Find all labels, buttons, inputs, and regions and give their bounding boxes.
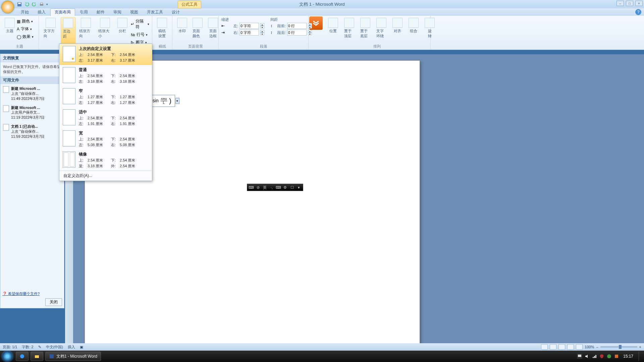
space-before-spinner[interactable]: ▴▾ (308, 23, 312, 28)
tray-app1-icon[interactable] (606, 354, 612, 359)
office-button[interactable] (1, 1, 14, 13)
indent-right-spinner[interactable]: ▴▾ (260, 30, 264, 35)
status-words[interactable]: 字数: 2 (22, 345, 33, 350)
save-icon[interactable] (17, 2, 22, 7)
theme-effects-button[interactable]: ◯效果▾ (17, 34, 34, 40)
qat-dropdown-icon[interactable]: ▾ (46, 3, 48, 6)
taskbar-explorer-button[interactable] (31, 352, 43, 361)
themes-button[interactable]: 主题 (3, 17, 17, 40)
contextual-tab-label[interactable]: 公式工具 (178, 1, 201, 8)
tab-review[interactable]: 审阅 (109, 9, 125, 16)
watermark-button[interactable]: 水印 (175, 17, 189, 39)
align-button[interactable]: 对齐 (390, 17, 405, 39)
status-language[interactable]: 中文(中国) (46, 345, 63, 350)
indent-right-input[interactable] (239, 29, 259, 36)
columns-button[interactable]: 分栏 (115, 17, 129, 46)
ime-dropdown-icon[interactable]: ▾ (296, 185, 302, 190)
space-before-input[interactable] (287, 23, 307, 29)
zoom-level[interactable]: 100% (585, 345, 594, 349)
taskbar-word-button[interactable]: 文档1 - Microsoft Word (45, 352, 101, 361)
line-numbers-button[interactable]: №行号▾ (131, 32, 149, 38)
tab-design[interactable]: 设计 (168, 9, 184, 16)
taskbar-ie-button[interactable] (16, 352, 29, 361)
margins-option-2[interactable]: 窄 上:1.27 厘米下:1.27 厘米 左:1.27 厘米右:1.27 厘米 (59, 86, 152, 107)
space-after-input[interactable] (287, 29, 307, 36)
custom-margins-item[interactable]: 自定义边距(A)... (59, 171, 152, 181)
tray-shield-icon[interactable] (599, 354, 604, 359)
indent-left-input[interactable] (239, 23, 259, 29)
status-macro-icon[interactable]: ▣ (80, 345, 83, 349)
zoom-slider[interactable] (600, 346, 637, 348)
page-border-button[interactable]: 页面 边框 (206, 17, 220, 39)
tab-home[interactable]: 开始 (17, 9, 33, 16)
print-icon[interactable] (39, 2, 44, 7)
status-page[interactable]: 页面: 1/1 (3, 345, 17, 350)
ime-logo-icon[interactable]: ⌨ (249, 185, 254, 190)
ime-lang-icon[interactable]: 英 (262, 185, 268, 190)
tab-developer[interactable]: 开发工具 (143, 9, 167, 16)
position-button[interactable]: 位置 (326, 17, 340, 39)
help-icon[interactable]: ? (635, 9, 641, 15)
margins-option-4[interactable]: 宽 上:2.54 厘米下:2.54 厘米 左:5.08 厘米右:5.08 厘米 (59, 128, 152, 149)
view-draft-button[interactable] (576, 344, 583, 350)
recovery-doc-2[interactable]: 文档 1 [已自动...上次 "自动保存...11:59 2022年3月7日 (0, 122, 64, 141)
tray-volume-icon[interactable] (584, 354, 590, 359)
redo-icon[interactable] (32, 2, 37, 7)
undo-icon[interactable] (24, 2, 30, 7)
tray-app2-icon[interactable] (614, 354, 619, 359)
view-full-screen-button[interactable] (550, 344, 556, 350)
status-mode[interactable]: 插入 (68, 345, 75, 350)
maximize-button[interactable]: □ (626, 1, 633, 6)
zoom-out-button[interactable]: – (596, 345, 598, 349)
taskbar-clock[interactable]: 15:17 (621, 354, 635, 359)
show-desktop-button[interactable] (639, 352, 642, 361)
tray-flag-icon[interactable] (577, 354, 582, 359)
recovery-doc-0[interactable]: 新建 Microsoft ...上次 "自动保存...11:49 2022年3月… (0, 84, 64, 103)
breaks-button[interactable]: ↵分隔符▾ (131, 18, 149, 30)
space-after-spinner[interactable]: ▴▾ (308, 30, 312, 35)
size-button[interactable]: 纸张大小 (96, 17, 114, 46)
tab-page-layout[interactable]: 页面布局 (50, 8, 75, 16)
recovery-question-link[interactable]: ❓ 希望保存哪个文件? (2, 291, 62, 296)
margins-option-3[interactable]: 适中 上:2.54 厘米下:2.54 厘米 左:1.91 厘米右:1.91 厘米 (59, 107, 152, 128)
recovery-doc-1[interactable]: 新建 Microsoft ...上次用户保存文...11:19 2022年3月7… (0, 103, 64, 122)
text-wrap-button[interactable]: 文字环绕 (374, 17, 388, 39)
ime-keyboard-icon[interactable]: ⌨ (276, 185, 281, 190)
tab-mailings[interactable]: 邮件 (93, 9, 109, 16)
margins-button[interactable]: 页边距 (61, 17, 76, 46)
margins-option-1[interactable]: 普通 上:2.54 厘米下:2.54 厘米 左:3.18 厘米右:3.18 厘米 (59, 65, 152, 86)
svg-rect-12 (615, 355, 618, 358)
page-color-button[interactable]: 页面颜色 (191, 17, 205, 39)
ime-punct-icon[interactable]: ·, (269, 185, 274, 190)
theme-fonts-button[interactable]: A字体▾ (17, 26, 34, 32)
tray-network-icon[interactable] (592, 354, 597, 359)
recovery-close-button[interactable]: 关闭 (45, 298, 62, 306)
theme-colors-button[interactable]: ▦颜色▾ (17, 18, 34, 24)
send-back-button[interactable]: 置于底层 (358, 17, 372, 39)
ime-settings-icon[interactable]: ⚙ (282, 185, 288, 190)
rotate-button[interactable]: 旋 转 (423, 17, 437, 39)
tab-references[interactable]: 引用 (76, 9, 92, 16)
equation-handle-icon[interactable]: ▾ (175, 98, 179, 104)
minimize-button[interactable]: – (616, 1, 624, 6)
view-web-button[interactable] (558, 344, 565, 350)
bring-front-button[interactable]: 置于顶层 (342, 17, 356, 39)
group-button[interactable]: 组合 (407, 17, 421, 39)
close-button[interactable]: × (635, 1, 643, 6)
tab-insert[interactable]: 插入 (34, 9, 50, 16)
ime-disable-icon[interactable]: ⊘ (255, 185, 261, 190)
margins-option-0[interactable]: 上次的自定义设置 上:2.54 厘米下:2.54 厘米 左:3.17 厘米右:3… (59, 44, 152, 65)
paper-settings-button[interactable]: 稿纸 设置 (155, 17, 169, 39)
start-button[interactable] (0, 351, 15, 362)
orientation-button[interactable]: 纸张方向 (77, 17, 95, 46)
ime-skin-icon[interactable]: ☐ (289, 185, 295, 190)
view-print-layout-button[interactable] (541, 344, 548, 350)
margins-option-5[interactable]: 镜像 上:2.54 厘米下:2.54 厘米 里:3.18 厘米外:2.54 厘米 (59, 149, 152, 171)
status-proofing-icon[interactable]: ✎ (38, 345, 41, 349)
view-outline-button[interactable] (567, 344, 574, 350)
zoom-in-button[interactable]: + (639, 345, 641, 349)
ime-toolbar[interactable]: ⌨ ⊘ 英 ·, ⌨ ⚙ ☐ ▾ (247, 184, 303, 191)
tab-view[interactable]: 视图 (126, 9, 142, 16)
text-direction-button[interactable]: 文字方向 (42, 17, 59, 46)
indent-left-spinner[interactable]: ▴▾ (260, 23, 264, 28)
